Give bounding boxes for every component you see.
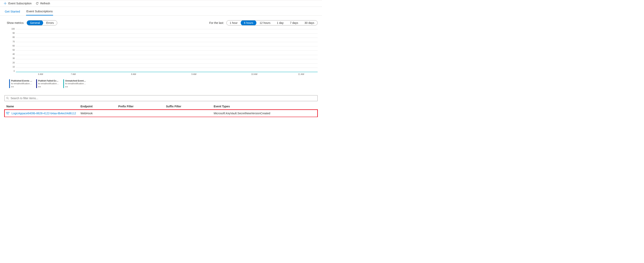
row-name-link[interactable]: LogicAppace6409b-8628-4122-b4aa-8b4ec04d…: [6, 112, 77, 115]
legend-color-icon: [63, 79, 64, 88]
y-tick: 30: [8, 58, 15, 60]
legend-title: Published Events (Sum): [11, 79, 32, 82]
row-prefix: [117, 110, 164, 117]
time-option-30days[interactable]: 30 days: [301, 20, 318, 26]
y-tick: 80: [8, 36, 15, 38]
column-header-prefix-filter[interactable]: Prefix Filter: [117, 103, 164, 110]
metrics-chart: 100 90 80 70 60 50 40 30 20 10 0: [8, 29, 318, 88]
y-tick: 0: [8, 70, 15, 72]
row-suffix: [164, 110, 212, 117]
x-tick: 8 AM: [103, 73, 164, 76]
row-endpoint: WebHook: [79, 110, 117, 117]
y-tick: 50: [8, 49, 15, 51]
chart-legend: Published Events (Sum) kv-emailnotificat…: [9, 79, 318, 88]
tab-event-subscriptions[interactable]: Event Subscriptions: [26, 9, 53, 16]
time-option-6hours[interactable]: 6 hours: [241, 20, 256, 26]
legend-title: Publish Failed Event…: [38, 79, 60, 82]
time-range-label: For the last:: [209, 21, 224, 24]
plus-icon: [4, 2, 7, 5]
legend-color-icon: [9, 79, 10, 88]
legend-value: --: [11, 85, 32, 88]
time-option-1hour[interactable]: 1 hour: [226, 20, 241, 26]
search-input-wrap[interactable]: [4, 95, 318, 101]
y-tick: 90: [8, 32, 15, 34]
chart-x-axis: 6 AM 7 AM 8 AM 9 AM 10 AM 11 AM: [16, 73, 318, 76]
row-name-text: LogicAppace6409b-8628-4122-b4aa-8b4ec04d…: [12, 112, 76, 115]
content-panel: Show metrics: General Errors For the las…: [0, 16, 322, 90]
svg-rect-1: [6, 112, 9, 113]
chart-y-axis: 100 90 80 70 60 50 40 30 20 10 0: [8, 29, 15, 72]
time-option-7days[interactable]: 7 days: [287, 20, 301, 26]
y-tick: 40: [8, 53, 15, 55]
x-tick: 11 AM: [284, 73, 318, 76]
y-tick: 20: [8, 62, 15, 64]
legend-item[interactable]: Published Events (Sum) kv-emailnotificat…: [9, 79, 33, 88]
legend-source: kv-emailnotification…: [38, 82, 60, 85]
column-header-event-types[interactable]: Event Types: [212, 103, 318, 110]
x-tick: 6 AM: [16, 73, 43, 76]
column-header-name[interactable]: Name: [4, 103, 79, 110]
search-icon: [6, 97, 9, 100]
y-tick: 100: [8, 28, 15, 30]
x-tick: 10 AM: [224, 73, 284, 76]
tabs: Get Started Event Subscriptions: [0, 7, 322, 16]
row-event-types: Microsoft.KeyVault.SecretNewVersionCreat…: [212, 110, 318, 117]
add-event-subscription-label: Event Subscription: [8, 2, 32, 5]
legend-source: kv-emailnotification…: [11, 82, 32, 85]
time-option-12hours[interactable]: 12 hours: [256, 20, 274, 26]
legend-item[interactable]: Unmatched Events (Sum) kv-emailnotificat…: [63, 79, 87, 88]
legend-value: --: [65, 85, 87, 88]
x-tick: 9 AM: [164, 73, 224, 76]
time-range-segmented[interactable]: 1 hour 6 hours 12 hours 1 day 7 days 30 …: [226, 20, 318, 26]
filter-row: Show metrics: General Errors For the las…: [7, 20, 318, 26]
time-option-1day[interactable]: 1 day: [274, 20, 286, 26]
subscriptions-table: Name Endpoint Prefix Filter Suffix Filte…: [4, 103, 318, 117]
refresh-button[interactable]: Refresh: [36, 2, 50, 5]
column-header-endpoint[interactable]: Endpoint: [79, 103, 117, 110]
legend-source: kv-emailnotification…: [65, 82, 87, 85]
legend-color-icon: [36, 79, 37, 88]
event-subscription-icon: [6, 112, 10, 115]
search-input[interactable]: [10, 96, 316, 100]
metric-option-general[interactable]: General: [27, 20, 43, 26]
tab-get-started[interactable]: Get Started: [4, 9, 20, 15]
x-tick: 7 AM: [43, 73, 104, 76]
chart-series-line: [16, 72, 318, 72]
legend-item[interactable]: Publish Failed Event… kv-emailnotificati…: [36, 79, 60, 88]
chart-gridlines: [16, 29, 318, 72]
add-event-subscription-button[interactable]: Event Subscription: [4, 2, 32, 5]
metric-option-errors[interactable]: Errors: [43, 20, 57, 26]
show-metrics-label: Show metrics:: [7, 21, 24, 24]
legend-title: Unmatched Events (Sum): [65, 79, 87, 82]
toolbar: Event Subscription Refresh: [0, 0, 322, 7]
legend-value: --: [38, 85, 60, 88]
y-tick: 70: [8, 41, 15, 43]
metric-segmented[interactable]: General Errors: [27, 20, 57, 26]
refresh-icon: [36, 2, 39, 5]
y-tick: 60: [8, 45, 15, 47]
refresh-label: Refresh: [40, 2, 50, 5]
table-row[interactable]: LogicAppace6409b-8628-4122-b4aa-8b4ec04d…: [4, 110, 318, 117]
column-header-suffix-filter[interactable]: Suffix Filter: [164, 103, 212, 110]
y-tick: 10: [8, 66, 15, 68]
